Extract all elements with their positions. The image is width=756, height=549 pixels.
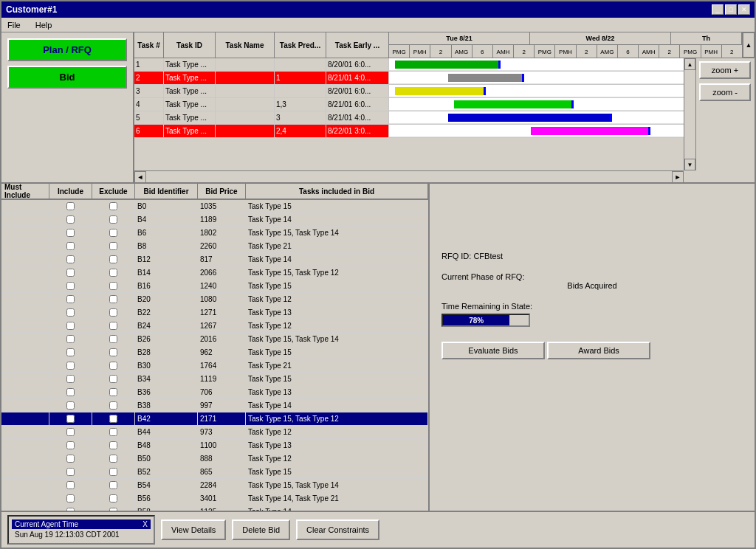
exclude-cell[interactable] (92, 266, 135, 279)
bid-row[interactable]: B241267Task Type 12 (1, 320, 428, 333)
zoom-in-button[interactable]: zoom + (699, 61, 751, 79)
exclude-checkbox[interactable] (109, 441, 117, 449)
exclude-checkbox[interactable] (109, 415, 117, 423)
bid-row[interactable]: B01035Task Type 15 (1, 200, 428, 213)
exclude-cell[interactable] (92, 253, 135, 266)
include-cell[interactable] (49, 412, 92, 425)
include-checkbox[interactable] (66, 295, 75, 303)
include-cell[interactable] (49, 452, 92, 465)
exclude-checkbox[interactable] (109, 242, 117, 250)
exclude-checkbox[interactable] (109, 348, 117, 356)
include-cell[interactable] (49, 505, 92, 511)
bid-row[interactable]: B82260Task Type 21 (1, 240, 428, 253)
bid-row[interactable]: B301764Task Type 21 (1, 359, 428, 373)
include-checkbox[interactable] (66, 282, 75, 290)
bid-row[interactable]: B481100Task Type 13 (1, 439, 428, 452)
exclude-checkbox[interactable] (109, 282, 117, 290)
include-checkbox[interactable] (66, 494, 75, 503)
exclude-checkbox[interactable] (109, 428, 117, 436)
exclude-cell[interactable] (92, 213, 135, 226)
include-cell[interactable] (49, 320, 92, 332)
exclude-checkbox[interactable] (109, 322, 117, 330)
exclude-checkbox[interactable] (109, 455, 117, 463)
include-cell[interactable] (49, 346, 92, 359)
include-cell[interactable] (49, 253, 92, 266)
exclude-cell[interactable] (92, 386, 135, 398)
exclude-cell[interactable] (92, 412, 135, 425)
bid-row[interactable]: B28962Task Type 15 (1, 346, 428, 359)
include-checkbox[interactable] (66, 388, 75, 396)
bid-row[interactable]: B44973Task Type 12 (1, 426, 428, 439)
include-checkbox[interactable] (66, 348, 75, 356)
include-cell[interactable] (49, 200, 92, 213)
include-checkbox[interactable] (66, 255, 75, 263)
award-bids-button[interactable]: Award Bids (547, 342, 650, 359)
exclude-cell[interactable] (92, 426, 135, 438)
close-button[interactable]: ✕ (738, 4, 750, 15)
bid-row[interactable]: B563401Task Type 14, Task Type 21 (1, 492, 428, 505)
bid-row[interactable]: B581125Task Type 14 (1, 505, 428, 511)
include-checkbox[interactable] (66, 428, 75, 436)
include-checkbox[interactable] (66, 468, 75, 476)
gantt-row-6[interactable]: 6 Task Type ... 2,4 8/22/01 3:0... (134, 125, 684, 138)
bid-row[interactable]: B341119Task Type 15 (1, 373, 428, 386)
exclude-checkbox[interactable] (109, 401, 117, 410)
scroll-down-btn[interactable]: ▼ (684, 159, 695, 170)
exclude-cell[interactable] (92, 452, 135, 465)
include-checkbox[interactable] (66, 362, 75, 370)
include-checkbox[interactable] (66, 322, 75, 330)
clear-constraints-button[interactable]: Clear Constraints (296, 519, 379, 540)
exclude-checkbox[interactable] (109, 269, 117, 277)
maximize-button[interactable]: □ (725, 4, 737, 15)
include-cell[interactable] (49, 266, 92, 279)
include-cell[interactable] (49, 399, 92, 412)
menu-help[interactable]: Help (32, 20, 55, 30)
exclude-cell[interactable] (92, 492, 135, 505)
bid-row[interactable]: B41189Task Type 14 (1, 213, 428, 227)
bid-row[interactable]: B142066Task Type 15, Task Type 12 (1, 266, 428, 280)
include-cell[interactable] (49, 373, 92, 385)
exclude-cell[interactable] (92, 293, 135, 305)
exclude-checkbox[interactable] (109, 308, 117, 317)
include-cell[interactable] (49, 439, 92, 452)
bid-row[interactable]: B161240Task Type 15 (1, 280, 428, 293)
gantt-hscrollbar[interactable]: ◄ ► (134, 170, 684, 182)
exclude-cell[interactable] (92, 227, 135, 239)
bid-row[interactable]: B221271Task Type 13 (1, 306, 428, 320)
include-checkbox[interactable] (66, 401, 75, 410)
exclude-cell[interactable] (92, 479, 135, 491)
view-details-button[interactable]: View Details (161, 519, 226, 540)
include-cell[interactable] (49, 293, 92, 305)
bid-row[interactable]: B542284Task Type 15, Task Type 14 (1, 479, 428, 492)
exclude-cell[interactable] (92, 280, 135, 292)
include-cell[interactable] (49, 213, 92, 226)
include-cell[interactable] (49, 306, 92, 319)
include-cell[interactable] (49, 479, 92, 491)
exclude-cell[interactable] (92, 346, 135, 359)
exclude-checkbox[interactable] (109, 362, 117, 370)
gantt-row-2[interactable]: 2 Task Type ... 1 8/21/01 4:0... (134, 72, 684, 85)
bid-row[interactable]: B422171Task Type 15, Task Type 12 (1, 412, 428, 426)
bid-row[interactable]: B12817Task Type 14 (1, 253, 428, 266)
evaluate-bids-button[interactable]: Evaluate Bids (441, 342, 545, 359)
include-cell[interactable] (49, 333, 92, 345)
bid-row[interactable]: B201080Task Type 12 (1, 293, 428, 306)
include-checkbox[interactable] (66, 229, 75, 237)
exclude-checkbox[interactable] (109, 494, 117, 503)
exclude-checkbox[interactable] (109, 468, 117, 476)
include-checkbox[interactable] (66, 202, 75, 210)
scroll-left-btn[interactable]: ◄ (134, 171, 146, 183)
include-cell[interactable] (49, 240, 92, 252)
include-checkbox[interactable] (66, 308, 75, 317)
exclude-cell[interactable] (92, 439, 135, 452)
gantt-vscrollbar[interactable]: ▲ ▼ (684, 58, 695, 170)
include-checkbox[interactable] (66, 441, 75, 449)
exclude-cell[interactable] (92, 333, 135, 345)
exclude-checkbox[interactable] (109, 202, 117, 210)
delete-bid-button[interactable]: Delete Bid (232, 519, 290, 540)
exclude-checkbox[interactable] (109, 215, 117, 224)
bid-row[interactable]: B36706Task Type 13 (1, 386, 428, 399)
agent-time-close-btn[interactable]: X (142, 520, 148, 528)
include-cell[interactable] (49, 466, 92, 478)
exclude-checkbox[interactable] (109, 255, 117, 263)
